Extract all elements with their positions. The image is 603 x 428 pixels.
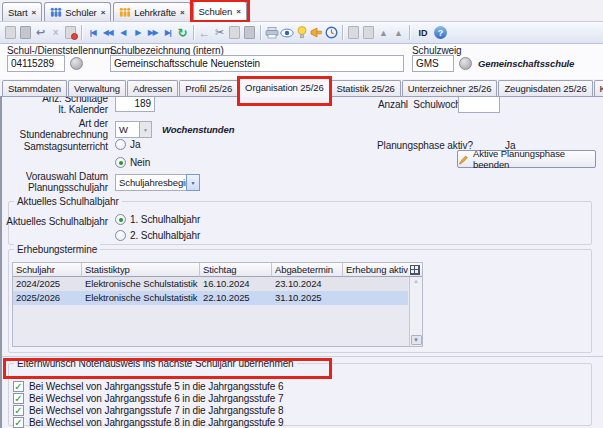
halbjahr-1-radio[interactable]: 1. Schulhalbjahr (115, 214, 200, 225)
export-up-button[interactable]: ▲ (376, 24, 391, 42)
column-header-stichtag[interactable]: Stichtag (200, 263, 272, 277)
wechsel-5-6-checkbox[interactable]: ✓ Bei Wechsel von Jahrgangsstufe 5 in di… (13, 381, 283, 392)
preview-button[interactable] (279, 24, 294, 42)
delete-button[interactable]: × (48, 24, 63, 42)
paste-icon (244, 26, 255, 39)
undo-button[interactable]: ↩ (33, 24, 48, 42)
form-reset-button[interactable] (63, 24, 78, 42)
tab-statistik[interactable]: Statistik 25/26 (331, 80, 401, 96)
announce-button[interactable] (309, 24, 324, 42)
tab-unterzeichner[interactable]: Unterzeichner 25/26 (402, 80, 498, 96)
table-row-selected[interactable]: 2025/2026 Elektronische Schulstatistik 2… (13, 291, 408, 305)
schulwochen-input[interactable] (458, 96, 500, 113)
mdi-tab-lehrkraefte[interactable]: Lehrkräfte × (113, 2, 190, 21)
delete-icon: × (53, 27, 59, 38)
mdi-tab-label: Lehrkräfte (134, 7, 176, 18)
nav-prev-fast-button[interactable]: ◀◀ (100, 24, 115, 42)
tab-zeugnisdaten[interactable]: Zeugnisdaten 25/26 (498, 80, 592, 96)
column-header-schuljahr[interactable]: Schuljahr (13, 263, 82, 277)
checkbox-label: Bei Wechsel von Jahrgangsstufe 6 in die … (29, 393, 283, 404)
stundenabrechnung-select[interactable]: W ▼ (115, 121, 152, 138)
help-button[interactable]: ? (433, 24, 448, 42)
radio-label: 1. Schulhalbjahr (130, 214, 200, 225)
new-record-button[interactable] (3, 24, 18, 42)
samstag-ja-radio[interactable]: Ja (115, 139, 140, 150)
tab-verwaltung[interactable]: Verwaltung (68, 80, 126, 96)
wechsel-8-9-checkbox[interactable]: ✓ Bei Wechsel von Jahrgangsstufe 8 in di… (13, 417, 283, 428)
column-header-erhebung-aktiv[interactable]: Erhebung aktiv (343, 263, 408, 277)
nav-prev-button[interactable]: ◀ (115, 24, 130, 42)
mdi-tab-label: Schüler (65, 7, 97, 18)
table-scrollbar[interactable]: ▲ ▼ (409, 277, 422, 346)
schultage-input[interactable] (115, 96, 155, 112)
close-tab-icon[interactable]: × (101, 8, 106, 17)
tab-label: Adressen (133, 83, 172, 94)
tab-stammdaten[interactable]: Stammdaten (2, 80, 67, 96)
planungsschuljahr-select[interactable]: Schuljahresbeginn ▼ (115, 174, 200, 191)
schulbezeichnung-input[interactable] (110, 55, 404, 72)
tab-organisation[interactable]: Organisation 25/26 (239, 78, 329, 96)
reminder-button[interactable] (324, 24, 339, 42)
refresh-button[interactable]: ↻ (175, 24, 190, 42)
mdi-tab-bar: Start × Schüler × Lehrkräfte × Schulen × (0, 0, 603, 22)
end-planning-phase-button[interactable]: Aktive Planungsphase beenden (457, 150, 596, 168)
halbjahr-label: Aktuelles Schulhalbjahr (0, 216, 108, 227)
report-alt-button[interactable] (361, 24, 376, 42)
table-row[interactable]: 2024/2025 Elektronische Schulstatistik 1… (13, 277, 408, 291)
tab-kalender-termine[interactable]: Kalender/Termine 25/26 (594, 80, 603, 96)
radio-label: Nein (130, 157, 150, 168)
hint-button[interactable] (294, 24, 309, 42)
record-header: Schul-/Dienststellennum... Schulbezeichn… (0, 44, 603, 79)
cell-erhebung-aktiv (343, 291, 408, 305)
mdi-tab-schueler[interactable]: Schüler × (44, 2, 111, 21)
nav-last-icon: ▶| (165, 28, 170, 37)
nav-next-fast-icon: ▶▶ (148, 28, 157, 37)
close-tab-icon[interactable]: × (236, 7, 241, 16)
print-button[interactable] (264, 24, 279, 42)
wechsel-7-8-checkbox[interactable]: ✓ Bei Wechsel von Jahrgangsstufe 7 in di… (13, 405, 283, 416)
checkbox-checked-icon: ✓ (13, 417, 24, 428)
cell-schuljahr: 2025/2026 (13, 291, 82, 305)
wechsel-6-7-checkbox[interactable]: ✓ Bei Wechsel von Jahrgangsstufe 6 in di… (13, 393, 283, 404)
arrow-up-icon: ▲ (379, 28, 388, 38)
paste-button[interactable] (242, 24, 257, 42)
id-button[interactable]: ID (413, 24, 433, 42)
schulzweig-input[interactable] (412, 55, 454, 72)
cell-abgabetermin: 31.10.2025 (272, 291, 343, 305)
stundenabrechnung-label: Art derStundenabrechnung (0, 118, 108, 140)
tab-profil[interactable]: Profil 25/26 (179, 80, 238, 96)
tab-adressen[interactable]: Adressen (127, 80, 178, 96)
save-button[interactable] (18, 24, 33, 42)
mdi-tab-start[interactable]: Start × (2, 2, 42, 21)
column-header-statistiktyp[interactable]: Statistiktyp (82, 263, 200, 277)
copy-button[interactable] (227, 24, 242, 42)
column-header-abgabetermin[interactable]: Abgabetermin (272, 263, 343, 277)
radio-icon (115, 230, 126, 241)
checkbox-checked-icon: ✓ (13, 393, 24, 404)
dienststellennummer-input[interactable] (7, 55, 65, 72)
pen-icon (458, 154, 469, 165)
nav-first-button[interactable]: |◀ (85, 24, 100, 42)
mdi-tab-schulen[interactable]: Schulen × (193, 1, 247, 21)
lookup-button[interactable] (459, 57, 472, 70)
back-button[interactable]: ← (197, 24, 212, 42)
report-button[interactable] (346, 24, 361, 42)
scroll-down-button[interactable]: ▼ (411, 335, 422, 345)
nav-next-fast-button[interactable]: ▶▶ (145, 24, 160, 42)
lookup-button[interactable] (70, 57, 83, 70)
import-up-button[interactable]: ▲ (391, 24, 406, 42)
tab-label: Stammdaten (8, 83, 61, 94)
select-value: Schuljahresbeginn (115, 174, 186, 191)
select-value: W (115, 121, 139, 138)
cell-schuljahr: 2024/2025 (13, 277, 82, 291)
cut-button[interactable]: ✂ (212, 24, 227, 42)
samstag-nein-radio[interactable]: Nein (115, 157, 150, 168)
nav-next-button[interactable]: ▶ (130, 24, 145, 42)
scroll-up-icon[interactable]: ▲ (413, 278, 419, 284)
panel-divider (0, 356, 603, 357)
close-tab-icon[interactable]: × (180, 8, 185, 17)
column-picker-button[interactable] (408, 263, 422, 277)
nav-last-button[interactable]: ▶| (160, 24, 175, 42)
close-tab-icon[interactable]: × (32, 8, 37, 17)
halbjahr-2-radio[interactable]: 2. Schulhalbjahr (115, 230, 200, 241)
